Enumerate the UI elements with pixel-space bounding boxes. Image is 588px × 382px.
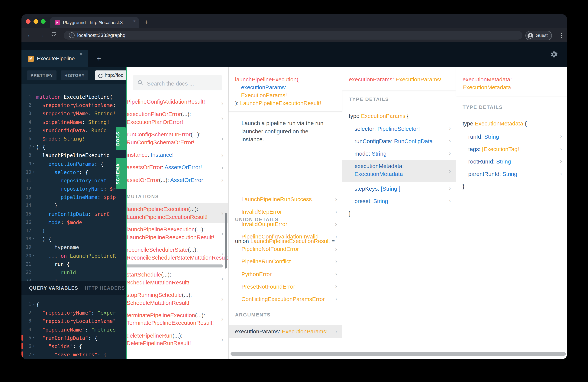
browser-menu-icon[interactable]: ⋮ (559, 31, 564, 40)
fold-arrow-icon[interactable] (31, 243, 36, 252)
fold-arrow-icon[interactable] (31, 260, 36, 268)
signature-return-type[interactable]: LaunchPipelineExecutionResult! (240, 100, 321, 106)
fold-arrow-icon[interactable]: ▾ (31, 334, 36, 342)
doc-list-item[interactable]: PipelineConfigValidationResult!› (127, 98, 228, 108)
fold-arrow-icon[interactable]: ▾ (31, 160, 36, 168)
fold-arrow-icon[interactable] (31, 276, 36, 281)
browser-tab[interactable]: Playground - http://localhost:3 × (50, 17, 139, 28)
union-member-row[interactable]: LaunchPipelineRunSuccess› (229, 193, 342, 205)
code-line[interactable]: 1mutation ExecutePipeline( (21, 93, 126, 101)
type-field-row[interactable]: runConfigData: RunConfigData› (342, 135, 456, 147)
argument-row[interactable]: executionParams: ExecutionParams! › (229, 325, 342, 338)
schema-side-tab[interactable]: SCHEMA (116, 158, 126, 189)
endpoint-field[interactable]: http://loc (95, 70, 126, 80)
traffic-close-button[interactable] (26, 19, 30, 24)
fold-arrow-icon[interactable] (31, 134, 36, 143)
doc-list-item[interactable]: startSchedule(...):ScheduleMutationResul… (127, 268, 228, 289)
fold-arrow-icon[interactable] (31, 185, 36, 193)
fold-arrow-icon[interactable]: ▾ (31, 350, 36, 359)
code-line[interactable]: 4 "pipelineName": "metrics (21, 325, 126, 334)
type-field-row[interactable]: parentRunId: String› (456, 168, 567, 180)
forward-icon[interactable]: → (39, 31, 45, 39)
fold-arrow-icon[interactable] (31, 218, 36, 226)
reload-schema-icon[interactable] (98, 72, 103, 82)
docs-side-tab[interactable]: DOCS (116, 127, 126, 150)
fold-arrow-icon[interactable] (31, 193, 36, 201)
code-line[interactable]: 13 pipelineName: $pip (21, 193, 126, 201)
code-line[interactable]: 16 mode: $mode (21, 218, 126, 226)
fold-arrow-icon[interactable] (31, 93, 36, 101)
doc-list-item[interactable]: executionPlanOrError(...):ExecutionPlanO… (127, 108, 228, 128)
history-button[interactable]: HISTORY (61, 70, 88, 80)
horizontal-scrollbar[interactable] (231, 352, 566, 356)
playground-tab-close-icon[interactable]: × (80, 50, 83, 58)
traffic-minimize-button[interactable] (34, 19, 38, 24)
code-line[interactable]: 7▾ "save metrics": { (21, 350, 126, 359)
doc-list-item[interactable]: launchPipelineExecution(...):LaunchPipel… (127, 203, 228, 223)
union-member-row[interactable]: PipelineConfigValidationInvalid› (229, 230, 342, 243)
fold-arrow-icon[interactable]: ▾ (31, 342, 36, 350)
settings-gear-icon[interactable] (550, 50, 558, 60)
doc-list-item[interactable]: runConfigSchemaOrError(...):RunConfigSch… (127, 128, 228, 149)
type-field-row[interactable]: runId: String› (456, 130, 567, 143)
type-field-row[interactable]: tags: [ExecutionTag!]› (456, 143, 567, 155)
docs-search-box[interactable] (133, 75, 222, 90)
union-member-row[interactable]: PythonError› (229, 268, 342, 280)
doc-list-item[interactable]: stopRunningSchedule(...):ScheduleMutatio… (127, 289, 228, 309)
vertical-scrollbar[interactable] (225, 213, 227, 269)
code-line[interactable]: 8 launchPipelineExecutio (21, 151, 126, 160)
type-field-row[interactable]: rootRunId: String› (456, 155, 567, 168)
query-variables-tab[interactable]: QUERY VARIABLES (29, 281, 78, 295)
fold-arrow-icon[interactable] (31, 210, 36, 218)
new-tab-button[interactable]: + (144, 17, 148, 28)
fold-arrow-icon[interactable] (31, 201, 36, 210)
fold-arrow-icon[interactable] (31, 126, 36, 134)
type-field-row[interactable]: selector: PipelineSelector!› (342, 122, 456, 135)
reload-icon[interactable] (51, 31, 57, 39)
horizontal-scrollbar[interactable] (127, 264, 223, 267)
code-line[interactable]: 3 "repositoryLocationName" (21, 317, 126, 325)
tab-close-icon[interactable]: × (133, 17, 136, 25)
code-line[interactable]: 20▾ ... on LaunchPipelineR (21, 252, 126, 260)
fold-arrow-icon[interactable] (31, 118, 36, 126)
prettify-button[interactable]: PRETTIFY (27, 70, 57, 80)
fold-arrow-icon[interactable] (31, 268, 36, 276)
doc-list-item[interactable]: assetsOrError: AssetsOrError!› (127, 161, 228, 174)
doc-list-item[interactable]: deletePipelineRun(...):DeletePipelineRun… (127, 329, 228, 350)
code-line[interactable]: 23 } (21, 276, 126, 281)
fold-arrow-icon[interactable] (31, 226, 36, 235)
fold-arrow-icon[interactable]: ▾ (31, 252, 36, 260)
fold-arrow-icon[interactable]: ▾ (31, 143, 36, 151)
profile-chip[interactable]: Guest (525, 31, 552, 40)
code-line[interactable]: 6▾ "solids": { (21, 342, 126, 350)
code-line[interactable]: 3 $repositoryName: String! (21, 109, 126, 118)
doc-list-item[interactable]: assetOrError(...): AssetOrError!› (127, 174, 228, 186)
code-line[interactable]: 1▾{ (21, 300, 126, 309)
code-line[interactable]: 2 $repositoryLocationName: (21, 101, 126, 109)
union-member-row[interactable]: InvalidOutputError› (229, 218, 342, 230)
doc-list-item[interactable]: instance: Instance!› (127, 149, 228, 161)
fold-arrow-icon[interactable]: ▾ (31, 300, 36, 309)
code-line[interactable]: 17 } (21, 226, 126, 235)
code-line[interactable]: 9▾ executionParams: { (21, 160, 126, 168)
type-field-row[interactable]: executionMetadata: ExecutionMetadata› (342, 160, 456, 182)
union-member-row[interactable]: PipelineRunConflict› (229, 255, 342, 268)
code-line[interactable]: 21 run { (21, 260, 126, 268)
traffic-zoom-button[interactable] (41, 19, 45, 24)
code-line[interactable]: 5▾ "runConfigData": { (21, 334, 126, 342)
fold-arrow-icon[interactable] (31, 109, 36, 118)
code-line[interactable]: 18▾ ) { (21, 235, 126, 243)
address-bar[interactable]: i localhost:3333/graphql (64, 31, 523, 40)
doc-list-item[interactable]: launchPipelineReexecution(...):LaunchPip… (127, 223, 228, 244)
code-line[interactable]: 19 __typename (21, 243, 126, 252)
code-line[interactable]: 14 } (21, 201, 126, 210)
fold-arrow-icon[interactable]: ▾ (31, 168, 36, 176)
code-line[interactable]: 12 repositoryName: $r (21, 185, 126, 193)
site-info-icon[interactable]: i (69, 32, 75, 38)
type-field-row[interactable]: preset: String› (342, 195, 456, 207)
union-member-row[interactable]: ConflictingExecutionParamsError› (229, 293, 342, 305)
fold-arrow-icon[interactable] (31, 325, 36, 334)
signature-arg-type[interactable]: ExecutionParams! (241, 92, 287, 98)
type-field-row[interactable]: stepKeys: [String!]› (342, 182, 456, 195)
fold-arrow-icon[interactable] (31, 101, 36, 109)
